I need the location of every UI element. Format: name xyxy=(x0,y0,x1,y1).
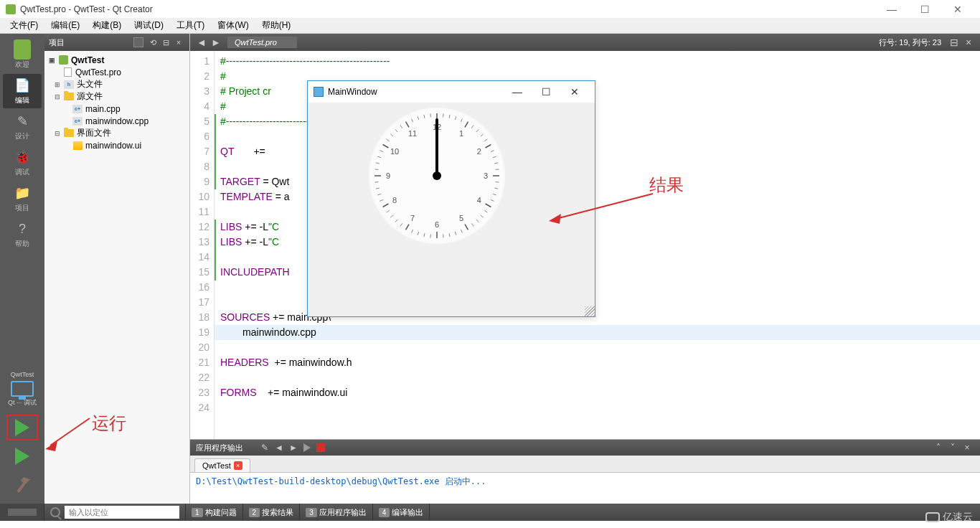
split-icon[interactable]: ⊟ xyxy=(159,38,172,47)
popup-minimize-button[interactable]: — xyxy=(503,86,532,98)
arrow-run-icon xyxy=(39,411,97,454)
ui-icon xyxy=(73,141,83,150)
tree-folder-sources[interactable]: ⊟源文件 xyxy=(46,90,188,103)
hammer-icon xyxy=(14,477,30,493)
output-tab-qwttest[interactable]: QwtTest × xyxy=(194,458,250,472)
build-button[interactable] xyxy=(6,472,38,498)
close-button[interactable]: ✕ xyxy=(941,0,974,18)
menu-debug[interactable]: 调试(D) xyxy=(128,18,169,33)
tree-file-mainwindow[interactable]: c+mainwindow.cpp xyxy=(46,115,188,127)
svg-text:10: 10 xyxy=(390,147,399,156)
mode-projects[interactable]: 📁项目 xyxy=(3,182,42,216)
project-pane-header: 项目 ⟲ ⊟ × xyxy=(44,34,189,51)
editor-toolbar: ◄ ► QwtTest.pro 行号: 19, 列号: 23 ⊟ × xyxy=(190,34,980,51)
svg-line-75 xyxy=(556,194,653,219)
qt-logo-icon xyxy=(6,4,16,14)
sb-pane-3[interactable]: 3应用程序输出 xyxy=(300,504,373,521)
debug-run-button[interactable] xyxy=(6,443,38,469)
output-header: 应用程序输出 ✎ ◄ ► ˄ ˅ × xyxy=(190,440,980,456)
popup-title-text: MainWindow xyxy=(328,87,377,97)
cpp-icon: c+ xyxy=(72,117,83,126)
tab-close-icon[interactable]: × xyxy=(234,461,242,470)
output-run-icon[interactable] xyxy=(303,443,311,452)
output-stop-icon[interactable] xyxy=(316,443,325,452)
edit-icon: 📄 xyxy=(14,77,31,94)
close-pane-icon[interactable]: × xyxy=(172,38,185,47)
mode-welcome[interactable]: 欢迎 xyxy=(3,38,42,72)
line-gutter: 123456789101112131415161718192021222324 xyxy=(190,51,215,439)
popup-titlebar[interactable]: MainWindow — ☐ ✕ xyxy=(308,81,595,103)
window-titlebar: QwtTest.pro - QwtTest - Qt Creator — ☐ ✕ xyxy=(0,0,980,18)
file-icon xyxy=(64,67,72,77)
header-folder-icon: h xyxy=(64,80,74,89)
sb-search xyxy=(44,504,186,521)
folder-icon xyxy=(64,129,74,137)
menu-build[interactable]: 构建(B) xyxy=(87,18,127,33)
minimize-button[interactable]: — xyxy=(875,0,908,18)
editor-close-icon[interactable]: × xyxy=(961,37,976,48)
run-button[interactable] xyxy=(6,415,38,440)
output-prev-icon[interactable]: ◄ xyxy=(273,443,286,453)
menu-window[interactable]: 窗体(W) xyxy=(212,18,254,33)
output-body[interactable]: D:\Test\QwtTest-build-desktop\debug\QwtT… xyxy=(190,473,980,504)
output-collapse-icon[interactable]: ˅ xyxy=(946,443,959,453)
tree-folder-forms[interactable]: ⊟界面文件 xyxy=(46,127,188,139)
sb-pane-4[interactable]: 4编译输出 xyxy=(373,504,430,521)
tree-file-main[interactable]: c+main.cpp xyxy=(46,103,188,115)
svg-marker-76 xyxy=(549,214,561,224)
projects-icon: 📁 xyxy=(14,184,31,202)
editor-file-dropdown[interactable]: QwtTest.pro xyxy=(227,37,297,48)
sb-pane-2[interactable]: 2搜索结果 xyxy=(243,504,301,521)
svg-marker-78 xyxy=(45,441,57,451)
menu-file[interactable]: 文件(F) xyxy=(4,18,44,33)
filter-icon[interactable] xyxy=(133,37,143,47)
mode-edit[interactable]: 📄编辑 xyxy=(3,74,42,108)
svg-text:6: 6 xyxy=(435,220,439,229)
tree-file-ui[interactable]: mainwindow.ui xyxy=(46,139,188,151)
tree-pro-file[interactable]: QwtTest.pro xyxy=(46,66,188,78)
project-pane-title: 项目 xyxy=(49,37,65,48)
mode-debug[interactable]: 🐞调试 xyxy=(3,146,42,180)
svg-text:1: 1 xyxy=(459,129,463,138)
svg-text:3: 3 xyxy=(484,171,488,180)
menu-tools[interactable]: 工具(T) xyxy=(171,18,210,33)
nav-back-icon[interactable]: ◄ xyxy=(194,37,209,48)
cursor-position: 行号: 19, 列号: 23 xyxy=(879,37,941,48)
tree-folder-headers[interactable]: ⊞h头文件 xyxy=(46,78,188,90)
mode-help[interactable]: ?帮助 xyxy=(3,217,42,252)
svg-text:2: 2 xyxy=(477,147,481,156)
help-icon: ? xyxy=(14,220,31,237)
svg-text:5: 5 xyxy=(459,214,463,222)
output-next-icon[interactable]: ► xyxy=(287,443,300,453)
window-title: QwtTest.pro - QwtTest - Qt Creator xyxy=(20,4,153,14)
sb-pane-1[interactable]: 1构建问题 xyxy=(186,504,243,521)
output-close-icon[interactable]: × xyxy=(961,443,974,453)
output-title: 应用程序输出 xyxy=(196,443,243,453)
svg-point-74 xyxy=(433,171,441,180)
qt-project-icon xyxy=(59,55,68,65)
menu-help[interactable]: 帮助(H) xyxy=(256,18,297,33)
qt-icon xyxy=(14,39,31,60)
menu-edit[interactable]: 编辑(E) xyxy=(45,18,85,33)
output-pane: 应用程序输出 ✎ ◄ ► ˄ ˅ × QwtTest × D:\Test\Qwt… xyxy=(190,439,980,504)
editor-menu-icon[interactable]: ⊟ xyxy=(947,37,961,48)
kit-selector-icon[interactable] xyxy=(11,381,34,397)
play-icon xyxy=(15,419,29,436)
tree-root[interactable]: ▣QwtTest xyxy=(46,54,188,66)
folder-icon xyxy=(64,93,74,100)
locator-input[interactable] xyxy=(65,506,179,519)
output-tabs: QwtTest × xyxy=(190,456,980,473)
popup-maximize-button[interactable]: ☐ xyxy=(532,86,560,98)
arrow-result-icon xyxy=(545,187,660,230)
output-clear-icon[interactable]: ✎ xyxy=(258,443,271,453)
popup-close-button[interactable]: ✕ xyxy=(560,86,589,98)
mode-sidebar: 欢迎 📄编辑 ✎设计 🐞调试 📁项目 ?帮助 QwtTest Qt ··· 调试 xyxy=(0,34,44,504)
mode-design[interactable]: ✎设计 xyxy=(3,110,42,144)
menubar: 文件(F) 编辑(E) 构建(B) 调试(D) 工具(T) 窗体(W) 帮助(H… xyxy=(0,18,980,34)
kit-project-label: QwtTest xyxy=(11,371,34,378)
sync-icon[interactable]: ⟲ xyxy=(146,38,159,47)
nav-fwd-icon[interactable]: ► xyxy=(209,37,223,48)
maximize-button[interactable]: ☐ xyxy=(908,0,941,18)
svg-text:7: 7 xyxy=(410,214,415,222)
output-up-icon[interactable]: ˄ xyxy=(932,443,945,453)
